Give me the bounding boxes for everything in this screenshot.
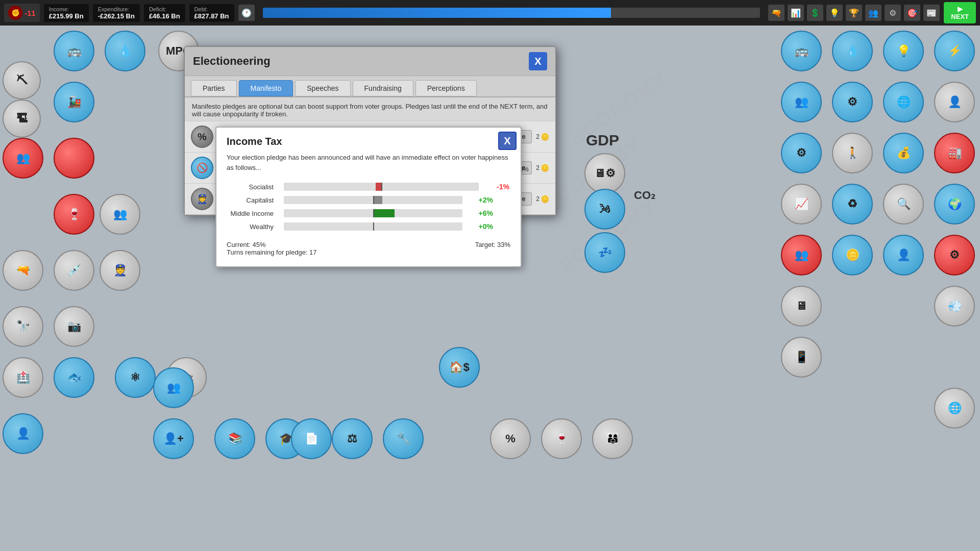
- deficit-stat: Deficit: £46.16 Bn: [144, 4, 185, 22]
- bg-circle-personplus2[interactable]: 👥: [153, 367, 194, 408]
- bg-circle-money[interactable]: 💰: [883, 133, 924, 173]
- socialist-center-line: [381, 183, 382, 191]
- bg-circle-windmill[interactable]: 🌬: [584, 189, 625, 230]
- voter-impact-table: Socialist -1% Capitalist +2% Middle In: [227, 182, 510, 237]
- income-value: £215.99 Bn: [49, 12, 84, 20]
- bg-circle-settings3[interactable]: ⚙: [781, 133, 822, 173]
- bg-circle-syringe[interactable]: 💉: [54, 250, 94, 291]
- bg-circle-recycle[interactable]: ♻: [832, 184, 873, 224]
- bg-circle-books[interactable]: 📚: [214, 418, 255, 459]
- trophy-icon[interactable]: 🏆: [846, 5, 862, 21]
- bg-circle-industry[interactable]: 🏭: [934, 133, 975, 173]
- debt-stat: Debt: £827.87 Bn: [189, 4, 234, 22]
- target-icon[interactable]: 🎯: [904, 5, 920, 21]
- bg-circle-extra[interactable]: ⚡: [934, 31, 975, 71]
- next-arrow: ▶: [958, 5, 963, 13]
- wealthy-center-line: [373, 222, 374, 231]
- chart-icon[interactable]: 📊: [788, 5, 804, 21]
- bg-circle-search[interactable]: 🔍: [883, 184, 924, 224]
- capitalist-bar-track: [284, 196, 462, 204]
- bg-circle-coins[interactable]: 🪙: [832, 235, 873, 276]
- bg-circle-medical[interactable]: 🏥: [3, 357, 43, 398]
- bg-circle-monitor[interactable]: 🖥: [781, 286, 822, 327]
- popup-close-button[interactable]: X: [498, 132, 517, 150]
- bg-circle-doc[interactable]: 📄: [291, 418, 332, 459]
- income-stat: Income: £215.99 Bn: [44, 4, 89, 22]
- people-icon[interactable]: 👥: [865, 5, 881, 21]
- bg-circle-family[interactable]: 👨‍👩‍👧: [592, 418, 633, 459]
- bg-circle-bus2[interactable]: 🚌: [781, 31, 822, 71]
- bg-circle-gavel2: [54, 138, 94, 179]
- bg-circle-gun[interactable]: 🔫: [3, 250, 43, 291]
- dollar-icon[interactable]: 💲: [807, 5, 823, 21]
- bg-circle-community2[interactable]: 👥: [781, 82, 822, 122]
- footer-target: Target: 33%: [475, 241, 510, 256]
- bg-circle-globe2[interactable]: 🌍: [934, 184, 975, 224]
- tab-fundraising[interactable]: Fundraising: [353, 80, 413, 96]
- bg-circle-tablet[interactable]: 📱: [781, 337, 822, 378]
- topbar: ✊ -11 Income: £215.99 Bn Expenditure: -£…: [0, 0, 980, 26]
- bg-circle-chart2[interactable]: 📈: [781, 184, 822, 224]
- next-button[interactable]: ▶ NEXT: [944, 2, 976, 23]
- expenditure-label: Expenditure:: [98, 6, 135, 12]
- deficit-value: £46.16 Bn: [149, 12, 180, 20]
- socialist-bar-track: [284, 183, 479, 191]
- tab-speeches[interactable]: Speeches: [295, 80, 350, 96]
- poverty-icon: 🚫: [191, 157, 213, 179]
- bg-circle-walk[interactable]: 🚶: [832, 133, 873, 173]
- bg-circle-police[interactable]: 👮: [100, 250, 140, 291]
- next-label: NEXT: [951, 13, 969, 20]
- bg-circle-globe3[interactable]: 🌐: [934, 388, 975, 429]
- bg-circle-settingsscreen[interactable]: 🖥⚙: [584, 153, 625, 194]
- lightbulb-icon[interactable]: 💡: [826, 5, 843, 21]
- bg-circle-bus[interactable]: 🚌: [54, 31, 94, 71]
- newspaper-icon[interactable]: 📰: [923, 5, 940, 21]
- bg-circle-gear3[interactable]: ⚙: [934, 235, 975, 276]
- bg-circle-wine[interactable]: 🍷: [54, 194, 94, 235]
- bg-circle-camera[interactable]: 📷: [54, 306, 94, 347]
- dialog-tabs: Parties Manifesto Speeches Fundraising P…: [185, 76, 555, 97]
- bg-circle-lightbulb[interactable]: 💡: [883, 31, 924, 71]
- clock-icon: 🕐: [238, 5, 255, 21]
- bg-circle-percent[interactable]: %: [490, 418, 531, 459]
- bg-circle-person[interactable]: 👤: [3, 413, 43, 454]
- popup-description: Your election pledge has been announced …: [227, 153, 510, 172]
- bg-circle-water2[interactable]: 💧: [832, 31, 873, 71]
- bg-circle-wine2[interactable]: 🍷: [541, 418, 582, 459]
- bg-circle-atom[interactable]: ⚛: [115, 357, 156, 398]
- voter-row-capitalist: Capitalist +2%: [228, 196, 509, 204]
- bg-circle-home$[interactable]: 🏠$: [439, 347, 480, 388]
- settings-icon[interactable]: ⚙: [885, 5, 901, 21]
- tab-manifesto[interactable]: Manifesto: [239, 80, 293, 96]
- bg-circle-worker[interactable]: 🏗: [3, 99, 41, 138]
- tab-parties[interactable]: Parties: [191, 80, 237, 96]
- bg-circle-community3[interactable]: 👥: [781, 235, 822, 276]
- bg-circle-excavator[interactable]: ⛏: [3, 61, 41, 99]
- socialist-delta: -1%: [484, 183, 509, 191]
- popup-footer: Current: 45% Turns remaining for pledge:…: [227, 241, 510, 256]
- bg-circle-water[interactable]: 💧: [105, 31, 145, 71]
- middle-label: Middle Income: [228, 210, 279, 217]
- bg-circle-zzz[interactable]: 💤: [584, 232, 625, 273]
- bg-circle-gavel3[interactable]: ⚖: [332, 418, 373, 459]
- gun-icon[interactable]: 🔫: [768, 5, 785, 21]
- socialist-label: Socialist: [228, 183, 279, 191]
- gdp-label: GDP: [586, 132, 619, 149]
- bg-circle-wrench[interactable]: 🔧: [383, 418, 424, 459]
- bg-circle-person2[interactable]: 👤: [934, 82, 975, 122]
- bg-circle-community[interactable]: 👥: [3, 138, 43, 179]
- bg-circle-people2[interactable]: 👥: [100, 194, 140, 235]
- bg-circle-fish[interactable]: 🐟: [54, 357, 94, 398]
- bg-circle-wind[interactable]: 💨: [934, 286, 975, 327]
- bg-circle-train[interactable]: 🚂: [54, 82, 94, 122]
- bg-circle-settings2[interactable]: ⚙: [832, 82, 873, 122]
- tab-perceptions[interactable]: Perceptions: [415, 80, 477, 96]
- bg-circle-telescope[interactable]: 🔭: [3, 306, 43, 347]
- bg-circle-globe[interactable]: 🌐: [883, 82, 924, 122]
- middle-delta: +6%: [468, 209, 493, 217]
- bg-circle-personplus[interactable]: 👤+: [153, 418, 194, 459]
- dialog-close-button[interactable]: X: [529, 52, 547, 70]
- debt-value: £827.87 Bn: [194, 12, 229, 20]
- bg-circle-person3[interactable]: 👤: [883, 235, 924, 276]
- watermark-economy1: ECONOMY: [566, 66, 672, 150]
